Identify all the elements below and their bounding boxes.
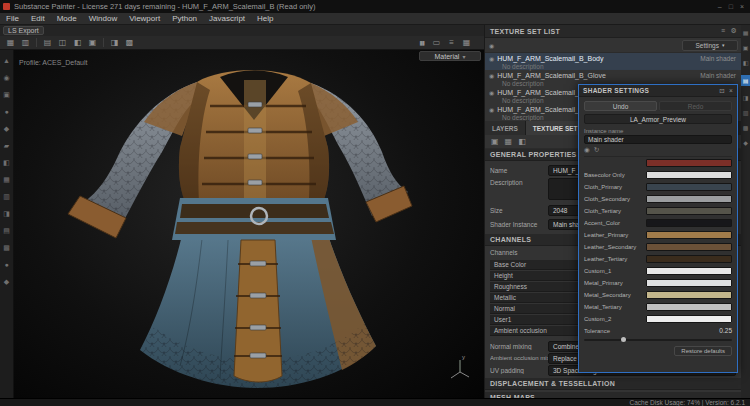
paint-tool-icon[interactable]: ▤ — [41, 37, 54, 48]
color-swatch[interactable] — [646, 243, 732, 251]
ls-export-button[interactable]: LS Export — [3, 26, 44, 35]
texture-set-list-title: TEXTURE SET LIST — [490, 28, 560, 35]
texture-set-item[interactable]: ◉ HUM_F_ARM_Scalemail_B_Body Main shader… — [485, 53, 742, 70]
tool-icon[interactable]: ◆ — [4, 125, 9, 132]
tab-layers[interactable]: LAYERS — [485, 121, 526, 135]
displacement-header[interactable]: DISPLACEMENT & TESSELLATION — [485, 378, 742, 390]
menu-python[interactable]: Python — [166, 14, 203, 23]
dock-icon-display-settings[interactable]: ▦ — [743, 30, 749, 36]
color-swatch[interactable] — [646, 315, 732, 323]
tool-icon[interactable]: ▤ — [3, 227, 10, 234]
tool-icon[interactable]: ▣ — [3, 91, 10, 98]
color-swatch[interactable] — [646, 231, 732, 239]
smudge-tool-icon[interactable]: ◨ — [108, 37, 121, 48]
color-swatch[interactable] — [646, 183, 732, 191]
refresh-icon[interactable]: ↻ — [594, 146, 599, 154]
texture-set-shader: Main shader — [700, 72, 738, 79]
tool-icon[interactable]: ▦ — [3, 176, 10, 183]
display-mode-value: Material — [435, 53, 460, 60]
color-swatch[interactable] — [646, 171, 732, 179]
projection-tool-icon[interactable]: ◧ — [71, 37, 84, 48]
title-bar: Substance Painter - License 271 days rem… — [0, 0, 750, 13]
tool-icon[interactable]: ◆ — [4, 278, 9, 285]
viewport-3d[interactable]: Profile: ACES_Default Material ▾ — [14, 50, 484, 398]
texture-set-description: No description — [489, 63, 738, 70]
expand-icon[interactable]: ◧ — [518, 137, 526, 146]
instance-name-field[interactable]: Main shader — [584, 135, 732, 144]
dock-icon-texture-set-list[interactable]: ▣ — [743, 45, 749, 51]
grid-icon[interactable]: ▦ — [4, 37, 17, 48]
color-swatch[interactable] — [646, 279, 732, 287]
eye-icon[interactable]: ◉ — [584, 146, 590, 154]
maximize-icon[interactable]: □ — [729, 3, 733, 10]
tool-icon[interactable]: ● — [4, 108, 8, 115]
tolerance-row: Tolerance 0.25 — [584, 327, 732, 334]
dock-icon-properties[interactable]: ◨ — [743, 95, 749, 101]
color-swatch[interactable] — [646, 267, 732, 275]
tool-icon[interactable]: ▩ — [3, 244, 10, 251]
clone-tool-icon[interactable]: ▩ — [123, 37, 136, 48]
slider-thumb[interactable] — [621, 337, 626, 342]
panel-menu-icon[interactable]: ≡ — [721, 27, 725, 35]
pause-engine-icon[interactable]: ▮▮ — [415, 37, 428, 48]
dock-icon-history[interactable]: ▥ — [743, 110, 749, 116]
uv-padding-label: UV padding — [490, 367, 548, 374]
tool-icon[interactable]: ◉ — [3, 74, 9, 81]
bake-icon[interactable]: ▣ — [491, 137, 499, 146]
tool-icon[interactable]: ▰ — [4, 142, 9, 149]
color-swatch[interactable] — [646, 207, 732, 215]
color-swatch[interactable] — [646, 195, 732, 203]
param-label: Accent_Color — [584, 220, 646, 226]
menu-javascript[interactable]: Javascript — [203, 14, 251, 23]
restore-defaults-button[interactable]: Restore defaults — [674, 346, 732, 356]
camera-frame-icon[interactable]: ▭ — [430, 37, 443, 48]
texture-set-settings-button[interactable]: Settings ▾ — [682, 40, 738, 51]
dock-icon-shader-settings[interactable]: ▤ — [741, 75, 750, 86]
tool-icon[interactable]: ▥ — [3, 193, 10, 200]
eye-icon[interactable]: ◉ — [489, 72, 494, 79]
eye-icon[interactable]: ◉ — [489, 106, 494, 113]
texture-set-name: HUM_F_ARM_Scalemail_B_Glove — [497, 72, 606, 79]
color-swatch[interactable] — [646, 291, 732, 299]
minimize-icon[interactable]: – — [718, 3, 722, 10]
panel-gear-icon[interactable]: ⚙ — [730, 27, 737, 35]
tool-icon[interactable]: ▲ — [3, 57, 10, 64]
eraser-tool-icon[interactable]: ◫ — [56, 37, 69, 48]
menu-file[interactable]: File — [0, 14, 25, 23]
color-swatch[interactable] — [646, 255, 732, 263]
menu-edit[interactable]: Edit — [25, 14, 51, 23]
menu-help[interactable]: Help — [251, 14, 279, 23]
display-mode-dropdown[interactable]: Material ▾ — [419, 51, 481, 61]
menu-viewport[interactable]: Viewport — [123, 14, 166, 23]
color-swatch[interactable] — [646, 219, 732, 227]
layout-icon[interactable]: ▥ — [19, 37, 32, 48]
size-label: Size — [490, 207, 548, 214]
shader-param-row: Custom_2 — [584, 313, 732, 325]
resolution-icon[interactable]: ▦ — [505, 137, 513, 146]
polygon-fill-tool-icon[interactable]: ▣ — [86, 37, 99, 48]
eye-icon[interactable]: ◉ — [489, 89, 494, 96]
viewport-grid-icon[interactable]: ▦ — [460, 37, 473, 48]
shader-selector-button[interactable]: LA_Armor_Preview — [584, 114, 732, 124]
channel-name: Height — [494, 272, 513, 279]
close-icon[interactable]: × — [740, 3, 744, 10]
tool-icon[interactable]: ● — [4, 261, 8, 268]
tool-icon[interactable]: ◧ — [3, 159, 10, 166]
color-swatch[interactable] — [646, 159, 732, 167]
dock-icon[interactable]: ⊡ — [719, 87, 725, 95]
undo-button[interactable]: Undo — [584, 101, 657, 111]
redo-button[interactable]: Redo — [659, 101, 732, 111]
dock-icon-log[interactable]: ◆ — [743, 140, 748, 146]
eye-icon[interactable]: ◉ — [489, 42, 494, 49]
dock-icon-layers[interactable]: ◧ — [743, 60, 749, 66]
menu-mode[interactable]: Mode — [51, 14, 83, 23]
dock-icon-shelf[interactable]: ▩ — [743, 125, 749, 131]
color-swatch[interactable] — [646, 303, 732, 311]
tolerance-slider[interactable] — [584, 337, 732, 343]
close-icon[interactable]: × — [729, 87, 733, 95]
param-label: Custom_1 — [584, 268, 646, 274]
eye-icon[interactable]: ◉ — [489, 55, 494, 62]
tool-icon[interactable]: ◨ — [3, 210, 10, 217]
viewport-menu-icon[interactable]: ≡ — [445, 37, 458, 48]
menu-window[interactable]: Window — [83, 14, 123, 23]
